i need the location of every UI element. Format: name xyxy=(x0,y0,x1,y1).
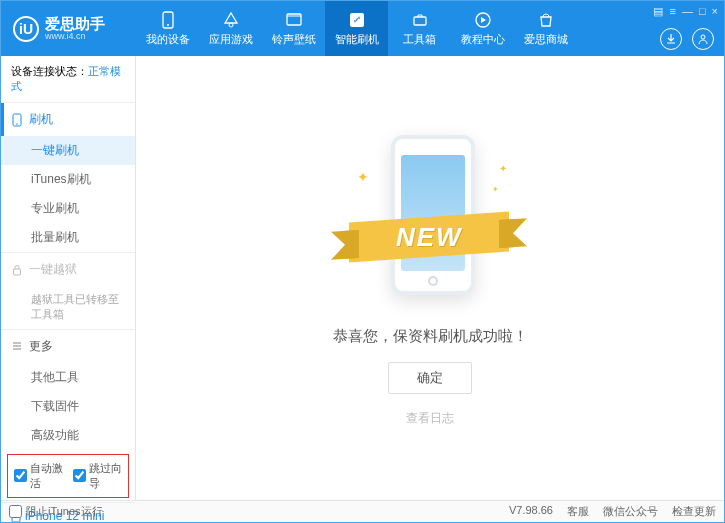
svg-rect-5 xyxy=(414,17,426,25)
nav-flash[interactable]: 智能刷机 xyxy=(325,1,388,56)
svg-point-7 xyxy=(701,35,705,39)
store-icon xyxy=(536,11,556,29)
list-icon xyxy=(11,340,23,352)
ribbon-text: NEW xyxy=(396,222,463,253)
nav-label: 教程中心 xyxy=(461,32,505,47)
nav-tools[interactable]: 工具箱 xyxy=(388,1,451,56)
nav-label: 铃声壁纸 xyxy=(272,32,316,47)
svg-point-9 xyxy=(16,123,18,125)
main-content: ✦✦✦ NEW 恭喜您，保资料刷机成功啦！ 确定 查看日志 xyxy=(136,56,724,500)
device-icon xyxy=(158,11,178,29)
view-log-link[interactable]: 查看日志 xyxy=(406,410,454,427)
flash-options-box: 自动激活 跳过向导 xyxy=(7,454,129,498)
block-itunes-label: 阻止iTunes运行 xyxy=(26,504,103,519)
jailbreak-note: 越狱工具已转移至工具箱 xyxy=(1,286,135,329)
nav-label: 工具箱 xyxy=(403,32,436,47)
skip-guide-label: 跳过向导 xyxy=(89,461,122,491)
success-illustration: ✦✦✦ NEW xyxy=(355,129,505,309)
tools-icon xyxy=(410,11,430,29)
version-text: V7.98.66 xyxy=(509,504,553,519)
sidebar-item[interactable]: 一键刷机 xyxy=(1,136,135,165)
nav-tutorial[interactable]: 教程中心 xyxy=(451,1,514,56)
success-message: 恭喜您，保资料刷机成功啦！ xyxy=(333,327,528,346)
svg-rect-10 xyxy=(14,269,21,275)
auto-activate-label: 自动激活 xyxy=(30,461,63,491)
flash-icon xyxy=(347,11,367,29)
menu-button[interactable]: ≡ xyxy=(669,5,675,18)
app-name: 爱思助手 xyxy=(45,16,105,31)
nav-apps[interactable]: 应用游戏 xyxy=(199,1,262,56)
app-url: www.i4.cn xyxy=(45,31,105,41)
logo-icon: iU xyxy=(13,16,39,42)
nav-label: 智能刷机 xyxy=(335,32,379,47)
nav-store[interactable]: 爱思商城 xyxy=(514,1,577,56)
phone-icon xyxy=(11,113,23,127)
apps-icon xyxy=(221,11,241,29)
skip-guide-checkbox[interactable]: 跳过向导 xyxy=(73,461,122,491)
connection-status: 设备连接状态：正常模式 xyxy=(1,56,135,102)
title-right-buttons xyxy=(660,28,714,50)
sidebar-item[interactable]: 专业刷机 xyxy=(1,194,135,223)
auto-activate-checkbox[interactable]: 自动激活 xyxy=(14,461,63,491)
nav-label: 应用游戏 xyxy=(209,32,253,47)
nav-ring[interactable]: 铃声壁纸 xyxy=(262,1,325,56)
sidebar: 设备连接状态：正常模式 刷机 一键刷机iTunes刷机专业刷机批量刷机 一键越狱… xyxy=(1,56,136,500)
nav-label: 爱思商城 xyxy=(524,32,568,47)
close-button[interactable]: × xyxy=(712,5,718,18)
list-button[interactable]: ▤ xyxy=(653,5,663,18)
ring-icon xyxy=(284,11,304,29)
lock-icon xyxy=(11,264,23,276)
sidebar-head-jailbreak-label: 一键越狱 xyxy=(29,261,77,278)
sidebar-head-more[interactable]: 更多 xyxy=(1,330,135,363)
wechat-link[interactable]: 微信公众号 xyxy=(603,504,658,519)
sidebar-head-flash[interactable]: 刷机 xyxy=(1,103,135,136)
sidebar-head-more-label: 更多 xyxy=(29,338,53,355)
nav-device[interactable]: 我的设备 xyxy=(136,1,199,56)
window-controls: ▤ ≡ — □ × xyxy=(653,5,718,18)
block-itunes-checkbox[interactable]: 阻止iTunes运行 xyxy=(9,504,103,519)
conn-label: 设备连接状态： xyxy=(11,65,88,77)
tutorial-icon xyxy=(473,11,493,29)
logo-area: iU 爱思助手 www.i4.cn xyxy=(1,16,136,42)
titlebar: iU 爱思助手 www.i4.cn 我的设备应用游戏铃声壁纸智能刷机工具箱教程中… xyxy=(1,1,724,56)
sidebar-item[interactable]: 批量刷机 xyxy=(1,223,135,252)
top-nav: 我的设备应用游戏铃声壁纸智能刷机工具箱教程中心爱思商城 xyxy=(136,1,577,56)
svg-point-1 xyxy=(167,24,169,26)
sidebar-item[interactable]: 高级功能 xyxy=(1,421,135,450)
sidebar-item[interactable]: 下载固件 xyxy=(1,392,135,421)
nav-label: 我的设备 xyxy=(146,32,190,47)
user-button[interactable] xyxy=(692,28,714,50)
maximize-button[interactable]: □ xyxy=(699,5,706,18)
minimize-button[interactable]: — xyxy=(682,5,693,18)
update-link[interactable]: 检查更新 xyxy=(672,504,716,519)
sidebar-head-jailbreak[interactable]: 一键越狱 xyxy=(1,253,135,286)
sidebar-item[interactable]: 其他工具 xyxy=(1,363,135,392)
ok-button[interactable]: 确定 xyxy=(388,362,472,394)
download-button[interactable] xyxy=(660,28,682,50)
service-link[interactable]: 客服 xyxy=(567,504,589,519)
sidebar-item[interactable]: iTunes刷机 xyxy=(1,165,135,194)
sidebar-head-flash-label: 刷机 xyxy=(29,111,53,128)
